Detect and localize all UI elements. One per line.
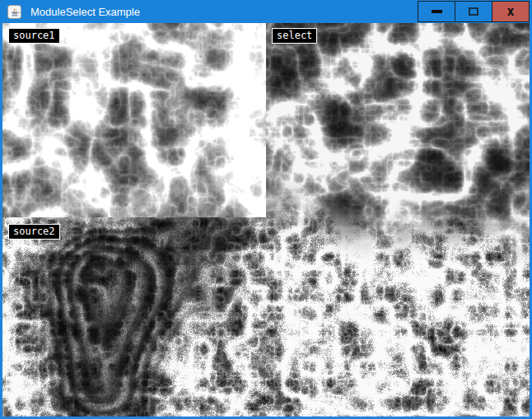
close-button[interactable]: x <box>492 1 530 22</box>
maximize-icon <box>469 7 478 16</box>
source1-image <box>2 23 266 217</box>
maximize-button[interactable] <box>455 1 492 22</box>
label-select: select <box>272 28 317 44</box>
minimize-icon <box>432 10 442 13</box>
window-title: ModuleSelect Example <box>30 6 140 18</box>
source2-image <box>2 222 266 417</box>
titlebar[interactable]: ModuleSelect Example x <box>0 0 532 23</box>
label-source2: source2 <box>8 224 60 240</box>
java-app-icon <box>7 5 21 19</box>
label-source1: source1 <box>8 28 60 44</box>
render-area: source1 select source2 <box>2 23 530 417</box>
close-icon: x <box>506 6 514 18</box>
window-controls: x <box>418 1 530 22</box>
app-window: ModuleSelect Example x source1 select so… <box>0 0 532 419</box>
minimize-button[interactable] <box>418 1 455 22</box>
